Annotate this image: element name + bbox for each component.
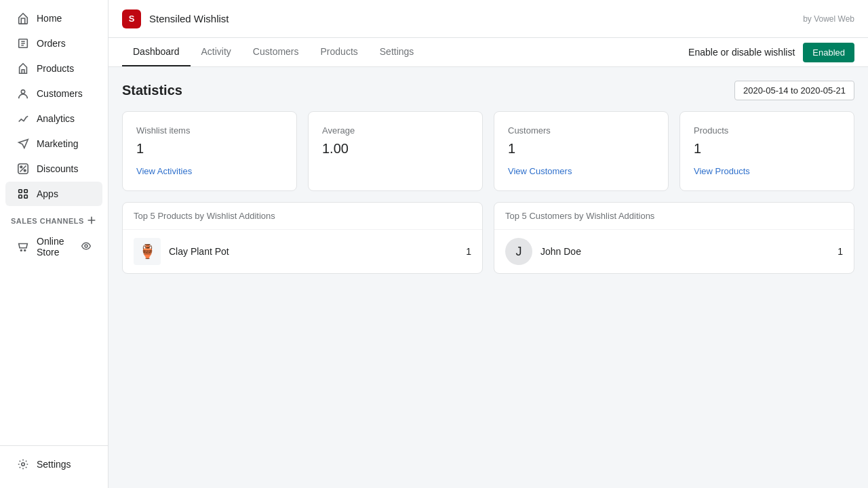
sidebar-item-apps-label: Apps: [37, 188, 58, 199]
apps-icon: [16, 187, 30, 201]
products-value: 1: [694, 141, 840, 157]
sidebar-item-customers-label: Customers: [37, 88, 83, 99]
view-products-link[interactable]: View Products: [694, 166, 750, 176]
date-range[interactable]: 2020-05-14 to 2020-05-21: [734, 81, 854, 100]
sales-channels-section: SALES CHANNELS: [0, 207, 108, 230]
svg-rect-6: [24, 190, 28, 193]
tab-settings[interactable]: Settings: [369, 38, 425, 66]
content: Statistics 2020-05-14 to 2020-05-21 Wish…: [108, 67, 868, 488]
sidebar-item-products-label: Products: [37, 63, 74, 74]
svg-point-10: [24, 250, 26, 251]
svg-rect-8: [24, 195, 28, 199]
top5-products-panel: Top 5 Products by Wishlist Additions 🏺 C…: [122, 202, 483, 274]
average-value: 1.00: [322, 141, 469, 157]
toggle-label: Enable or disable wishlist: [688, 47, 795, 58]
view-customers-link[interactable]: View Customers: [508, 166, 572, 176]
top5-customers-header: Top 5 Customers by Wishlist Additions: [494, 203, 854, 230]
by-vowel-label: by Vowel Web: [803, 14, 854, 24]
toggle-area: Enable or disable wishlist Enabled: [688, 43, 854, 62]
customers-value: 1: [508, 141, 654, 157]
stat-card-products: Products 1 View Products: [679, 111, 854, 191]
products-title: Products: [694, 125, 840, 136]
stat-card-customers: Customers 1 View Customers: [494, 111, 669, 191]
discounts-icon: [16, 162, 30, 176]
customer-name: John Doe: [540, 246, 829, 257]
tabbar: Dashboard Activity Customers Products Se…: [108, 38, 868, 67]
sidebar: Home Orders Products: [0, 0, 108, 488]
top5-products-header: Top 5 Products by Wishlist Additions: [123, 203, 482, 230]
average-title: Average: [322, 125, 469, 136]
svg-point-3: [24, 169, 26, 171]
sidebar-item-orders[interactable]: Orders: [5, 31, 102, 56]
sidebar-item-marketing-label: Marketing: [37, 138, 78, 149]
settings-icon: [16, 458, 30, 471]
bottom-panels: Top 5 Products by Wishlist Additions 🏺 C…: [122, 202, 854, 274]
wishlist-items-value: 1: [136, 141, 283, 157]
sidebar-item-online-store[interactable]: Online Store: [5, 230, 102, 263]
sidebar-item-settings[interactable]: Settings: [5, 452, 102, 476]
home-icon: [16, 12, 30, 25]
svg-point-12: [22, 463, 25, 466]
settings-label: Settings: [37, 459, 71, 470]
sidebar-item-home[interactable]: Home: [5, 6, 102, 30]
svg-point-11: [85, 245, 87, 247]
stat-card-average: Average 1.00: [308, 111, 483, 191]
svg-point-2: [20, 166, 22, 168]
sidebar-item-discounts[interactable]: Discounts: [5, 157, 102, 181]
product-list-item: 🏺 Clay Plant Pot 1: [123, 230, 482, 273]
orders-icon: [16, 37, 30, 50]
stats-header: Statistics 2020-05-14 to 2020-05-21: [122, 81, 854, 100]
sidebar-item-analytics-label: Analytics: [37, 113, 75, 124]
sidebar-item-home-label: Home: [37, 13, 62, 24]
sidebar-item-analytics[interactable]: Analytics: [5, 106, 102, 131]
sidebar-nav: Home Orders Products: [0, 0, 108, 445]
online-store-icon: [16, 240, 30, 253]
app-title: Stensiled Wishlist: [149, 13, 795, 24]
customer-list-item: J John Doe 1: [494, 230, 854, 273]
enabled-button[interactable]: Enabled: [803, 43, 854, 62]
app-logo: S: [122, 9, 141, 28]
tab-customers[interactable]: Customers: [242, 38, 310, 66]
visibility-icon[interactable]: [81, 241, 92, 253]
svg-point-1: [21, 90, 24, 94]
customer-avatar: J: [505, 238, 532, 265]
topbar: S Stensiled Wishlist by Vowel Web: [108, 0, 868, 38]
product-name: Clay Plant Pot: [169, 246, 458, 257]
tab-products[interactable]: Products: [310, 38, 369, 66]
product-count: 1: [466, 246, 471, 257]
stat-card-wishlist-items: Wishlist items 1 View Activities: [122, 111, 297, 191]
product-thumbnail: 🏺: [134, 238, 161, 265]
svg-rect-5: [19, 190, 22, 193]
main-area: S Stensiled Wishlist by Vowel Web Dashbo…: [108, 0, 868, 488]
svg-rect-7: [19, 195, 22, 199]
sidebar-item-customers[interactable]: Customers: [5, 81, 102, 106]
products-icon: [16, 62, 30, 75]
view-activities-link[interactable]: View Activities: [136, 166, 192, 176]
sidebar-item-orders-label: Orders: [37, 38, 66, 49]
wishlist-items-title: Wishlist items: [136, 125, 283, 136]
sidebar-item-apps[interactable]: Apps: [5, 182, 102, 206]
tab-activity[interactable]: Activity: [191, 38, 242, 66]
top5-customers-panel: Top 5 Customers by Wishlist Additions J …: [494, 202, 854, 274]
customer-count: 1: [837, 246, 843, 257]
add-sales-channel-button[interactable]: [86, 215, 97, 227]
stats-title: Statistics: [122, 83, 182, 98]
sidebar-bottom: Settings: [0, 445, 108, 488]
sidebar-item-discounts-label: Discounts: [37, 163, 78, 174]
customers-title: Customers: [508, 125, 654, 136]
customers-icon: [16, 87, 30, 100]
marketing-icon: [16, 137, 30, 150]
tab-dashboard[interactable]: Dashboard: [122, 38, 191, 66]
svg-point-9: [20, 250, 22, 251]
tabs: Dashboard Activity Customers Products Se…: [122, 38, 425, 66]
analytics-icon: [16, 112, 30, 125]
stat-cards: Wishlist items 1 View Activities Average…: [122, 111, 854, 191]
online-store-label: Online Store: [37, 236, 74, 258]
sidebar-item-products[interactable]: Products: [5, 56, 102, 81]
sidebar-item-marketing[interactable]: Marketing: [5, 131, 102, 156]
